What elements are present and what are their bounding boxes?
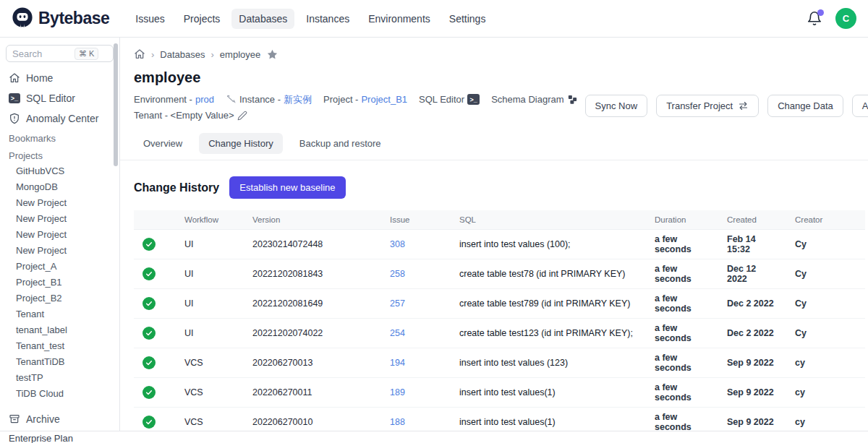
table-row[interactable]: VCS202206270013194insert into test value… (134, 348, 865, 378)
table-row[interactable]: UI20230214072448308insert into test valu… (134, 230, 865, 259)
table-row[interactable]: VCS202206270011189insert into test value… (134, 378, 865, 408)
schema-diagram-icon (567, 94, 578, 105)
sidebar-project-item[interactable]: New Project (6, 195, 114, 211)
table-row[interactable]: UI20221202081649257create table test789 … (134, 289, 865, 319)
issue-link[interactable]: 258 (390, 269, 405, 279)
sidebar-project-item[interactable]: MongoDB (6, 179, 114, 195)
environment-link[interactable]: prod (195, 94, 214, 105)
status-cell (134, 378, 173, 408)
issue-cell: 188 (378, 408, 448, 432)
tab-backup-and-restore[interactable]: Backup and restore (290, 133, 391, 154)
creator-cell: Cy (783, 259, 865, 289)
issue-cell: 308 (378, 230, 448, 259)
status-cell (134, 289, 173, 319)
home-icon[interactable] (134, 48, 145, 60)
sql-cell: create table test123 (id int PRIMARY KEY… (448, 319, 643, 348)
sidebar-project-item[interactable]: New Project (6, 227, 114, 243)
schema-diagram-shortcut[interactable]: Schema Diagram (491, 94, 577, 105)
search-input[interactable] (12, 48, 75, 59)
sidebar: ⌘ K Home>_SQL EditorAnomaly Center Bookm… (0, 38, 120, 431)
search-box[interactable]: ⌘ K (6, 45, 114, 62)
nav-item-databases[interactable]: Databases (231, 9, 294, 29)
tab-overview[interactable]: Overview (134, 133, 192, 154)
change-history-table: WorkflowVersionIssueSQLDurationCreatedCr… (134, 210, 865, 431)
issue-link[interactable]: 254 (390, 328, 405, 338)
sidebar-project-item[interactable]: New Project (6, 243, 114, 259)
sidebar-project-item[interactable]: Project_B2 (6, 291, 114, 306)
engine-icon (226, 94, 237, 105)
favorite-star-icon[interactable] (266, 48, 278, 61)
breadcrumb-databases[interactable]: Databases (160, 49, 205, 60)
nav-item-environments[interactable]: Environments (361, 9, 438, 29)
bytebase-logo[interactable]: Bytebase (12, 7, 109, 31)
sidebar-item-archive[interactable]: Archive (6, 409, 114, 429)
version-cell: 202206270010 (241, 408, 378, 432)
sidebar-item-sql-editor[interactable]: >_SQL Editor (6, 88, 114, 108)
change-history-heading: Change History (134, 181, 219, 194)
sidebar-scrollbar[interactable] (114, 43, 118, 166)
tab-change-history[interactable]: Change History (199, 133, 283, 154)
edit-pencil-icon[interactable] (237, 111, 247, 121)
change-data-button[interactable]: Change Data (767, 95, 843, 117)
sidebar-project-item[interactable]: Project_A (6, 259, 114, 275)
success-check-icon (142, 386, 156, 399)
bytebase-wordmark: Bytebase (38, 9, 109, 28)
column-header-duration: Duration (643, 210, 715, 230)
sidebar-project-item[interactable]: Tenant_test (6, 338, 114, 354)
sidebar-item-anomaly-center[interactable]: Anomaly Center (6, 108, 114, 129)
table-row[interactable]: UI20221202074022254create table test123 … (134, 319, 865, 348)
sidebar-project-item[interactable]: Tenant (6, 306, 114, 322)
project-link[interactable]: Project_B1 (361, 94, 407, 105)
button-label: Change Data (778, 100, 833, 111)
issue-link[interactable]: 257 (390, 298, 405, 309)
nav-item-settings[interactable]: Settings (442, 9, 493, 29)
transfer-project-button[interactable]: Transfer Project (656, 95, 759, 117)
table-row[interactable]: VCS202206270010188insert into test value… (134, 408, 865, 432)
sql-editor-shortcut[interactable]: SQL Editor >_ (419, 94, 480, 105)
notifications-button[interactable] (807, 11, 822, 27)
column-header-issue: Issue (378, 210, 448, 230)
column-header-sql: SQL (448, 210, 643, 230)
breadcrumb-database-name[interactable]: employee (220, 49, 260, 60)
table-row[interactable]: UI20221202081843258create table test78 (… (134, 259, 865, 289)
sidebar-project-item[interactable]: tenant_label (6, 322, 114, 338)
home-icon (9, 72, 20, 84)
created-cell: Dec 2 2022 (715, 289, 783, 319)
issue-link[interactable]: 188 (390, 417, 405, 427)
nav-item-issues[interactable]: Issues (128, 9, 171, 29)
breadcrumb-separator: › (211, 49, 214, 60)
plan-footer: Enterprise Plan (0, 431, 868, 443)
sidebar-item-home[interactable]: Home (6, 68, 114, 88)
alter-schema-button[interactable]: Alter Schema (852, 95, 868, 117)
status-cell (134, 230, 173, 259)
nav-item-projects[interactable]: Projects (176, 9, 228, 29)
environment-meta: Environment - prod (134, 94, 214, 105)
sidebar-project-item[interactable]: testTP (6, 370, 114, 386)
duration-cell: a few seconds (643, 378, 715, 408)
sql-cell: create table test789 (id int PRIMARY KEY… (448, 289, 643, 319)
sidebar-project-item[interactable]: Project_B1 (6, 275, 114, 291)
instance-link[interactable]: 新实例 (284, 93, 312, 106)
sidebar-project-item[interactable]: New Project (6, 211, 114, 227)
issue-link[interactable]: 194 (390, 358, 405, 368)
sql-cell: insert into test values (123) (448, 348, 643, 378)
duration-cell: a few seconds (643, 259, 715, 289)
sidebar-project-item[interactable]: GitHubVCS (6, 163, 114, 179)
page-title: employee (134, 69, 856, 86)
workflow-cell: VCS (173, 408, 241, 432)
issue-link[interactable]: 189 (390, 387, 405, 397)
version-cell: 20221202074022 (241, 319, 378, 348)
sidebar-project-item[interactable]: TenantTiDB (6, 354, 114, 370)
button-label: Transfer Project (666, 100, 733, 111)
nav-item-instances[interactable]: Instances (299, 9, 357, 29)
sidebar-item-label: Home (26, 72, 53, 84)
sidebar-project-item[interactable]: TiDB Cloud (6, 386, 114, 402)
avatar[interactable]: C (835, 8, 856, 29)
establish-baseline-button[interactable]: Establish new baseline (229, 176, 345, 199)
status-cell (134, 319, 173, 348)
creator-cell: Cy (783, 230, 865, 259)
breadcrumb-separator: › (151, 49, 154, 60)
issue-link[interactable]: 308 (390, 239, 405, 249)
table-header-row: WorkflowVersionIssueSQLDurationCreatedCr… (134, 210, 865, 230)
sync-now-button[interactable]: Sync Now (585, 95, 648, 117)
